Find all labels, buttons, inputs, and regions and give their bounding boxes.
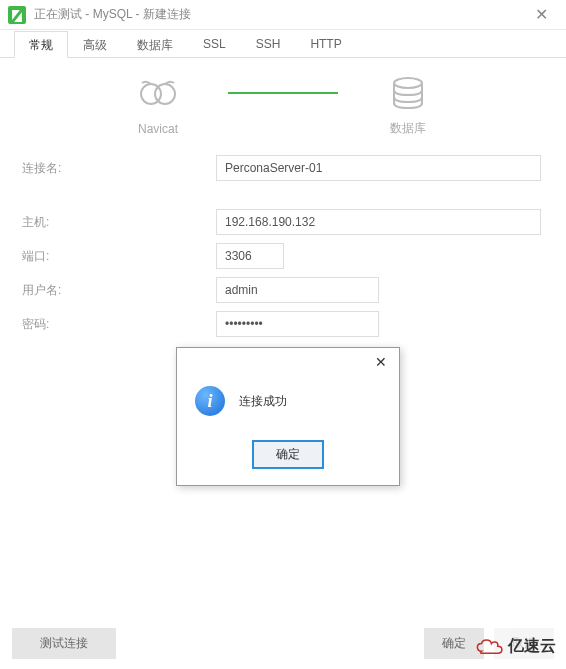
test-connection-button[interactable]: 测试连接 xyxy=(12,628,116,659)
tab-ssh[interactable]: SSH xyxy=(241,31,296,58)
database-icon xyxy=(388,76,428,110)
window-title: 正在测试 - MySQL - 新建连接 xyxy=(34,6,525,23)
host-label: 主机: xyxy=(22,214,76,231)
watermark: 亿速云 xyxy=(476,636,556,657)
tab-ssl[interactable]: SSL xyxy=(188,31,241,58)
port-label: 端口: xyxy=(22,248,76,265)
app-icon xyxy=(8,6,26,24)
cloud-icon xyxy=(476,638,504,656)
pass-input[interactable] xyxy=(216,311,379,337)
dialog-message: 连接成功 xyxy=(239,393,287,410)
tab-database[interactable]: 数据库 xyxy=(122,31,188,58)
user-input[interactable] xyxy=(216,277,379,303)
info-icon: i xyxy=(195,386,225,416)
tabs: 常规 高级 数据库 SSL SSH HTTP xyxy=(0,30,566,58)
dialog-close-icon[interactable]: ✕ xyxy=(369,352,393,372)
ok-button[interactable]: 确定 xyxy=(424,628,484,659)
host-input[interactable] xyxy=(216,209,541,235)
user-label: 用户名: xyxy=(22,282,76,299)
navicat-icon xyxy=(138,78,178,112)
svg-point-2 xyxy=(394,78,422,88)
connection-visual: Navicat 数据库 xyxy=(0,58,566,141)
port-input[interactable] xyxy=(216,243,284,269)
tab-general[interactable]: 常规 xyxy=(14,31,68,58)
tab-http[interactable]: HTTP xyxy=(295,31,356,58)
dialog-ok-button[interactable]: 确定 xyxy=(252,440,324,469)
pass-label: 密码: xyxy=(22,316,76,333)
titlebar: 正在测试 - MySQL - 新建连接 ✕ xyxy=(0,0,566,30)
svg-point-1 xyxy=(155,84,175,104)
database-label: 数据库 xyxy=(390,120,426,137)
tab-advanced[interactable]: 高级 xyxy=(68,31,122,58)
result-dialog: ✕ i 连接成功 确定 xyxy=(176,347,400,486)
close-icon[interactable]: ✕ xyxy=(525,5,558,24)
watermark-text: 亿速云 xyxy=(508,636,556,657)
conn-name-label: 连接名: xyxy=(22,160,76,177)
connection-line xyxy=(228,92,338,94)
conn-name-input[interactable] xyxy=(216,155,541,181)
navicat-label: Navicat xyxy=(138,122,178,136)
form: 连接名: 主机: 端口: 用户名: 密码: 保存密码 xyxy=(0,141,566,368)
